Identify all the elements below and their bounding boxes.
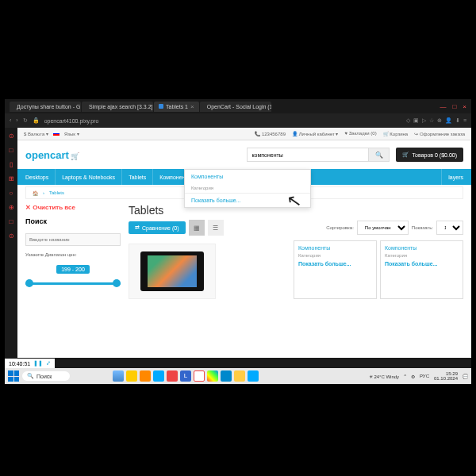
nav-desktops[interactable]: Desktops: [19, 169, 56, 185]
price-range-label: Укажите Диапазон цен:: [25, 252, 121, 257]
sort-select[interactable]: По умолчан: [357, 221, 409, 235]
price-slider[interactable]: [25, 279, 121, 289]
site-header: opencart 🛒 🔍 🛒Товаров 0 ($0.00): [17, 140, 471, 169]
ext-icon[interactable]: ◇: [406, 117, 410, 124]
slider-max-knob[interactable]: [113, 279, 121, 287]
url-bar: ‹ › ↻ 🔒 opencart4100.pixy.pro ◇ ▣ ▷ ☆ ⊕ …: [5, 113, 471, 128]
reload-icon[interactable]: ↻: [23, 117, 28, 124]
start-button[interactable]: [8, 370, 19, 382]
ext-icon[interactable]: ▷: [422, 117, 426, 124]
cart-button[interactable]: 🛒Товаров 0 ($0.00): [396, 148, 463, 162]
product-card[interactable]: [129, 244, 216, 299]
tray-chevron[interactable]: ^: [404, 374, 406, 378]
clock[interactable]: 15:2901.10.2024: [434, 371, 458, 381]
suggestion-card[interactable]: Компоненты Категория Показать больше...: [380, 240, 463, 299]
close-icon[interactable]: ×: [190, 103, 194, 110]
side-icon[interactable]: □: [7, 147, 15, 155]
nav-laptops[interactable]: Laptops & Notebooks: [56, 169, 122, 185]
slider-min-knob[interactable]: [25, 279, 33, 287]
app-icon[interactable]: [248, 370, 259, 382]
side-icon[interactable]: ⊞: [7, 175, 15, 183]
ext-icon[interactable]: ⊕: [437, 117, 442, 124]
currency-selector[interactable]: $ Валюта ▾: [24, 131, 48, 136]
home-icon[interactable]: 🏠: [33, 190, 38, 196]
tab-3[interactable]: OpenCart - Social Login (1×: [200, 102, 271, 112]
app-icon[interactable]: [113, 370, 124, 382]
sort-label: Сортировка:: [326, 225, 354, 230]
site-logo[interactable]: opencart 🛒: [25, 149, 79, 161]
expand-icon[interactable]: ⤢: [46, 360, 51, 367]
notifications-icon[interactable]: 💬: [463, 374, 468, 379]
minimize-icon[interactable]: —: [440, 103, 446, 110]
side-icon[interactable]: ▯: [7, 161, 15, 169]
product-image: [129, 244, 216, 299]
search-button[interactable]: 🔍: [369, 148, 390, 162]
filter-sidebar: ✕ Очистить все Поиск Укажите Диапазон це…: [25, 204, 121, 299]
grid-view-button[interactable]: ▦: [189, 220, 205, 236]
app-icon[interactable]: L: [180, 370, 191, 382]
recording-bar: 10:40:51 ❚❚ ⤢: [5, 359, 55, 368]
cart-link[interactable]: 🛒 Корзина: [383, 131, 409, 136]
page-content: $ Валюта ▾ Язык ▾ 📞 123456789 👤 Личный к…: [17, 128, 471, 358]
app-icon[interactable]: [126, 370, 137, 382]
list-view-button[interactable]: ☰: [208, 220, 224, 236]
window-controls: — □ ×: [440, 103, 466, 110]
menu-icon[interactable]: ≡: [463, 117, 466, 124]
cart-icon: 🛒: [402, 152, 409, 158]
back-icon[interactable]: ‹: [10, 117, 11, 124]
nav-players[interactable]: layers: [442, 169, 470, 185]
language-indicator[interactable]: РУС: [420, 374, 429, 378]
limit-select[interactable]: 10: [436, 221, 463, 235]
nav-tablets[interactable]: Tablets: [122, 169, 153, 185]
app-icon[interactable]: [221, 370, 232, 382]
app-icon[interactable]: [207, 370, 218, 382]
dropdown-item[interactable]: Компоненты: [185, 170, 310, 183]
language-selector[interactable]: Язык ▾: [64, 131, 79, 136]
maximize-icon[interactable]: □: [452, 103, 456, 110]
tray-icon[interactable]: ⚙: [411, 374, 415, 379]
side-icon[interactable]: ⊙: [7, 232, 15, 240]
app-icon[interactable]: [140, 370, 151, 382]
search-form: 🔍: [247, 148, 390, 162]
tab-1[interactable]: Simple ajax search [3.3.2]×: [82, 102, 153, 112]
filter-heading: Поиск: [25, 217, 121, 225]
site-topbar: $ Валюта ▾ Язык ▾ 📞 123456789 👤 Личный к…: [17, 128, 471, 140]
lock-icon: 🔒: [33, 117, 40, 124]
account-link[interactable]: 👤 Личный кабинет ▾: [292, 131, 338, 136]
tab-2[interactable]: Tablets 1×: [154, 102, 199, 112]
wishlist-link[interactable]: ♥ Закладки (0): [344, 131, 376, 136]
ext-icon[interactable]: ☆: [429, 117, 434, 124]
product-toolbar: ⇄ Сравнение (0) ▦ ☰ Сортировка: По умолч…: [129, 220, 463, 236]
app-icon[interactable]: [234, 370, 245, 382]
tab-0[interactable]: Доступы share button - G×: [10, 102, 81, 112]
record-time: 10:40:51: [9, 361, 30, 367]
pause-icon[interactable]: ❚❚: [33, 360, 43, 367]
phone-link[interactable]: 📞 123456789: [255, 131, 286, 136]
price-range-badge: 199 - 200: [56, 265, 90, 274]
search-icon: 🔍: [375, 152, 383, 159]
clear-filters[interactable]: ✕ Очистить все: [25, 204, 121, 211]
weather-widget[interactable]: ☀ 24°C Windy: [369, 374, 399, 379]
taskbar-search[interactable]: 🔍 Поиск: [22, 371, 70, 381]
compare-button[interactable]: ⇄ Сравнение (0): [129, 221, 186, 234]
browser-tabs: Доступы share button - G× Simple ajax se…: [10, 102, 271, 112]
side-icon[interactable]: ○: [7, 190, 15, 198]
ext-icon[interactable]: ▣: [413, 117, 419, 124]
side-icon[interactable]: □: [7, 218, 15, 226]
product-main: Tablets ⇄ Сравнение (0) ▦ ☰ Сортировка: …: [129, 204, 463, 299]
side-icon[interactable]: ⊙: [7, 132, 15, 140]
app-icon[interactable]: [167, 370, 178, 382]
filter-name-input[interactable]: [25, 233, 121, 246]
suggestion-card[interactable]: Компоненты Категория Показать больше...: [294, 240, 377, 299]
search-input[interactable]: [247, 148, 369, 162]
ext-icon[interactable]: ⬇: [455, 117, 460, 124]
url-input[interactable]: opencart4100.pixy.pro: [44, 118, 401, 124]
side-icon[interactable]: ⊕: [7, 204, 15, 212]
ext-icon[interactable]: 👤: [445, 117, 452, 124]
close-icon[interactable]: ×: [463, 103, 466, 110]
app-icon[interactable]: [153, 370, 164, 382]
app-icon[interactable]: [194, 370, 205, 382]
checkout-link[interactable]: ↪ Оформление заказа: [414, 131, 465, 136]
breadcrumb-item[interactable]: Tablets: [49, 190, 64, 195]
forward-icon[interactable]: ›: [16, 117, 17, 124]
